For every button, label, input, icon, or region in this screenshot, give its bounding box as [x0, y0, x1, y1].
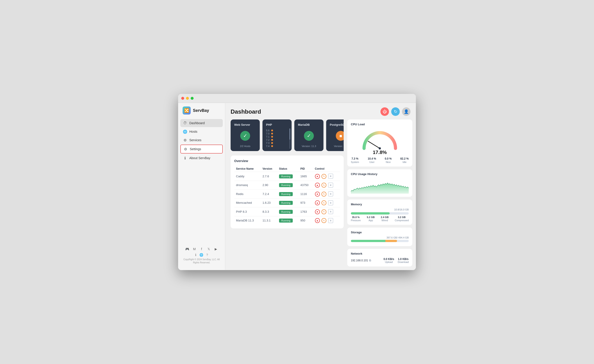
sidebar-item-hosts[interactable]: 🌐 Hosts [180, 127, 223, 136]
col-pid: PID [299, 166, 313, 172]
cell-status: Running [277, 190, 299, 199]
php-card[interactable]: PHP 5.6 7.0 7.1 7.2 7.3 7.4 [263, 119, 292, 151]
log-button[interactable]: ≡ [328, 200, 333, 205]
log-button[interactable]: ≡ [328, 174, 333, 179]
cell-version: 11.3.1 [261, 216, 277, 225]
info-link-icon[interactable]: ℹ [195, 253, 196, 257]
log-button[interactable]: ≡ [328, 218, 333, 223]
restart-button[interactable]: ↻ [321, 218, 326, 223]
medium-icon[interactable]: M [192, 247, 197, 251]
status-badge: Running [279, 218, 293, 223]
sidebar-item-about[interactable]: ℹ About ServBay [180, 154, 223, 162]
postgresql-title: PostgreSQL [330, 123, 344, 126]
overview-section: Overview Service Name Version Status PID… [231, 156, 344, 228]
cell-version: 8.3.3 [261, 207, 277, 216]
col-service-name: Service Name [234, 166, 261, 172]
table-row: Caddy 2.7.6 Running 1665 ■ ↻ ≡ [234, 172, 340, 181]
log-button[interactable]: ≡ [328, 209, 333, 214]
cpu-user-val: 10.4 % [368, 157, 376, 160]
sidebar-item-settings[interactable]: ⚙ Settings [180, 145, 223, 153]
copy-icon[interactable]: ⧉ [369, 259, 371, 262]
memory-app-label: App [369, 219, 373, 222]
restart-button[interactable]: ↻ [321, 183, 326, 188]
minimize-button[interactable] [186, 97, 189, 100]
storage-label: 397.6 GB/ 494.4 GB [386, 236, 409, 239]
page-title: Dashboard [231, 108, 261, 115]
social-icons-row: 🎮 M f 𝕏 ▶ [182, 247, 221, 251]
logo-icon: 🔀 [182, 106, 191, 114]
globe-link-icon[interactable]: 🌐 [199, 253, 203, 257]
table-row: MariaDB 11.3 11.3.1 Running 950 ■ ↻ ≡ [234, 216, 340, 225]
restart-button[interactable]: ↻ [321, 200, 326, 205]
stop-button[interactable]: ■ [315, 209, 320, 214]
sidebar: 🔀 ServBay ⏱ Dashboard 🌐 Hosts ⚙ Services… [178, 103, 225, 270]
mariadb-status-icon: ✓ [304, 131, 314, 141]
facebook-icon[interactable]: f [199, 247, 204, 251]
sidebar-item-services[interactable]: ⚙ Services [180, 136, 223, 144]
sidebar-logo: 🔀 ServBay [178, 106, 225, 119]
upload-val: 0.0 KB/s [384, 258, 394, 261]
help-link-icon[interactable]: ? [206, 253, 208, 257]
log-button[interactable]: ≡ [328, 183, 333, 188]
stop-button[interactable]: ■ [315, 183, 320, 188]
cell-service-name: MariaDB 11.3 [234, 216, 261, 225]
cell-pid: 43750 [299, 181, 313, 190]
cpu-nice-val: 0.0 % [385, 157, 392, 160]
status-badge: Running [279, 192, 293, 196]
refresh-button[interactable]: ↻ [391, 107, 400, 116]
cpu-history-title: CPU Usage History [351, 172, 409, 176]
about-icon: ℹ [183, 156, 187, 160]
cpu-history-card: CPU Usage History [347, 169, 412, 197]
storage-title: Storage [351, 231, 409, 234]
sidebar-item-label: Settings [190, 147, 201, 151]
mariadb-card[interactable]: MariaDB ✓ Version: 11.3 [294, 119, 324, 151]
cell-control: ■ ↻ ≡ [313, 181, 340, 190]
memory-compressed-label: Compressed [395, 219, 409, 222]
memory-title: Memory [351, 203, 409, 206]
mariadb-title: MariaDB [298, 123, 310, 126]
cell-pid: 950 [299, 216, 313, 225]
stop-button[interactable]: ■ [315, 218, 320, 223]
postgresql-card[interactable]: PostgreSQL ■ Version: N/A [326, 119, 344, 151]
ip-address: 192.168.0.101 [351, 259, 368, 262]
cell-status: Running [277, 198, 299, 207]
close-button[interactable] [181, 97, 184, 100]
memory-wired-label: Wired [382, 219, 388, 222]
cell-control: ■ ↻ ≡ [313, 216, 340, 225]
memory-bar-container: 10.8/16.0 GB [351, 208, 409, 214]
user-button[interactable]: 👤 [402, 107, 411, 116]
cell-service-name: dnsmasq [234, 181, 261, 190]
webserver-info: 2/2 Hosts [240, 145, 250, 147]
maximize-button[interactable] [191, 97, 194, 100]
col-status: Status [277, 166, 299, 172]
upload-speed: 0.0 KB/s Upload [384, 258, 394, 263]
sidebar-item-label: Hosts [189, 130, 197, 133]
memory-stats: 35.0 % Pressure 5.2 GB App 2.4 GB Wired [351, 216, 409, 222]
restart-button[interactable]: ↻ [321, 192, 326, 197]
cpu-load-title: CPU Load [351, 123, 409, 126]
cell-version: 1.6.23 [261, 198, 277, 207]
stop-button[interactable]: ■ [315, 200, 320, 205]
stop-button[interactable]: ■ [315, 192, 320, 197]
discord-icon[interactable]: 🎮 [185, 247, 189, 251]
restart-button[interactable]: ↻ [321, 174, 326, 179]
log-button[interactable]: ≡ [328, 192, 333, 196]
cell-pid: 973 [299, 198, 313, 207]
download-speed: 1.0 KB/s Download [398, 258, 409, 263]
right-panel: CPU Load [347, 119, 412, 266]
x-icon[interactable]: 𝕏 [207, 247, 211, 251]
left-panel: Web Server ✓ 2/2 Hosts PHP 5.6 7.0 [231, 119, 347, 266]
stop-button[interactable]: ■ [315, 174, 320, 179]
cpu-system-label: System [351, 161, 359, 163]
cell-service-name: Memcached [234, 198, 261, 207]
webserver-card[interactable]: Web Server ✓ 2/2 Hosts [231, 119, 260, 151]
youtube-icon[interactable]: ▶ [214, 247, 218, 251]
scrollbar [289, 128, 290, 149]
restart-button[interactable]: ↻ [321, 209, 326, 214]
memory-card: Memory 10.8/16.0 GB 35.0 % Pressure [347, 199, 412, 225]
sidebar-item-dashboard[interactable]: ⏱ Dashboard [180, 119, 223, 127]
download-val: 1.0 KB/s [398, 258, 408, 261]
cell-control: ■ ↻ ≡ [313, 172, 340, 181]
hosts-icon: 🌐 [183, 130, 187, 134]
power-button[interactable]: ⏻ [380, 107, 389, 116]
